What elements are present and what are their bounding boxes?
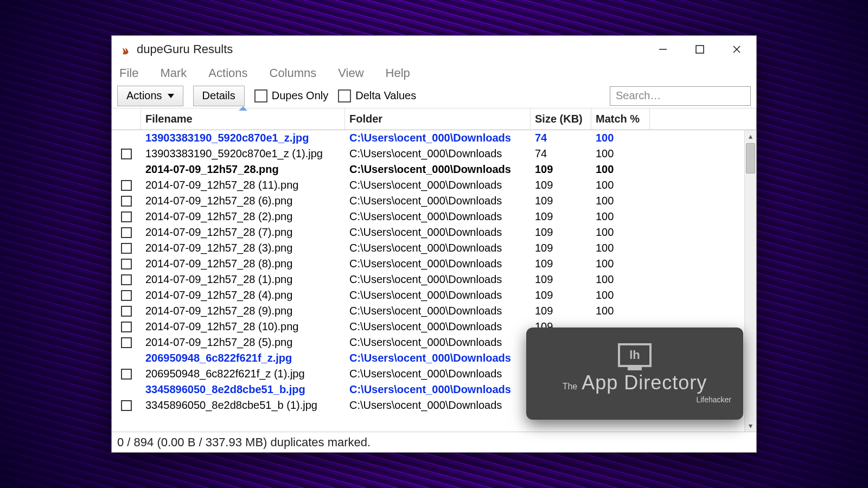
cell-match: 100 xyxy=(591,242,650,254)
row-checkbox-cell[interactable] xyxy=(112,306,141,317)
row-checkbox-cell[interactable] xyxy=(112,227,141,238)
row-checkbox-cell[interactable] xyxy=(112,290,141,301)
cell-filename: 2014-07-09_12h57_28 (5).png xyxy=(141,336,345,349)
row-checkbox[interactable] xyxy=(121,337,132,348)
menu-help[interactable]: Help xyxy=(382,64,413,82)
cell-match: 100 xyxy=(591,289,650,301)
column-header-check[interactable] xyxy=(112,108,141,130)
title-bar: dupeGuru Results xyxy=(112,36,756,63)
scroll-up-icon[interactable]: ▴ xyxy=(745,130,756,142)
cell-size: 109 xyxy=(531,273,591,286)
row-checkbox[interactable] xyxy=(121,369,132,380)
cell-folder: C:\Users\ocent_000\Downloads xyxy=(345,399,531,412)
cell-filename: 206950948_6c822f621f_z.jpg xyxy=(141,352,345,364)
search-input[interactable]: Search… xyxy=(610,86,751,106)
row-checkbox-cell[interactable] xyxy=(112,211,141,222)
table-header: Filename Folder Size (KB) Match % xyxy=(112,108,756,130)
scroll-down-icon[interactable]: ▾ xyxy=(745,420,756,432)
cell-match: 100 xyxy=(591,258,650,270)
cell-folder: C:\Users\ocent_000\Downloads xyxy=(345,320,531,333)
menu-actions[interactable]: Actions xyxy=(205,64,251,82)
row-checkbox[interactable] xyxy=(121,149,132,159)
cell-match: 100 xyxy=(591,163,650,176)
row-checkbox-cell[interactable] xyxy=(112,400,141,411)
table-row[interactable]: 2014-07-09_12h57_28 (9).pngC:\Users\ocen… xyxy=(112,303,756,319)
column-header-size[interactable]: Size (KB) xyxy=(531,108,591,130)
table-row[interactable]: 13903383190_5920c870e1_z (1).jpgC:\Users… xyxy=(112,146,756,162)
cell-folder: C:\Users\ocent_000\Downloads xyxy=(345,383,531,396)
row-checkbox[interactable] xyxy=(121,259,132,269)
row-checkbox[interactable] xyxy=(121,180,132,191)
cell-filename: 13903383190_5920c870e1_z (1).jpg xyxy=(141,147,345,160)
cell-filename: 2014-07-09_12h57_28.png xyxy=(141,163,345,176)
cell-match: 100 xyxy=(591,132,650,144)
dupes-only-label: Dupes Only xyxy=(272,89,329,102)
row-checkbox[interactable] xyxy=(121,211,132,222)
table-row[interactable]: 13903383190_5920c870e1_z.jpgC:\Users\oce… xyxy=(112,130,756,146)
row-checkbox-cell[interactable] xyxy=(112,243,141,254)
window-title: dupeGuru Results xyxy=(137,42,233,56)
details-button-label: Details xyxy=(202,89,235,102)
row-checkbox[interactable] xyxy=(121,227,132,238)
row-checkbox[interactable] xyxy=(121,306,132,317)
row-checkbox[interactable] xyxy=(121,243,132,254)
cell-filename: 13903383190_5920c870e1_z.jpg xyxy=(141,132,345,144)
column-header-match[interactable]: Match % xyxy=(591,108,650,130)
cell-match: 100 xyxy=(591,226,650,239)
menu-columns[interactable]: Columns xyxy=(266,64,320,82)
actions-dropdown[interactable]: Actions xyxy=(117,86,183,106)
row-checkbox[interactable] xyxy=(121,274,132,285)
row-checkbox-cell[interactable] xyxy=(112,322,141,332)
cell-filename: 2014-07-09_12h57_28 (1).png xyxy=(141,273,345,286)
vertical-scrollbar[interactable]: ▴ ▾ xyxy=(744,130,756,432)
status-bar: 0 / 894 (0.00 B / 337.93 MB) duplicates … xyxy=(112,432,756,452)
cell-size: 109 xyxy=(531,305,591,317)
table-row[interactable]: 2014-07-09_12h57_28 (11).pngC:\Users\oce… xyxy=(112,177,756,193)
row-checkbox-cell[interactable] xyxy=(112,259,141,269)
row-checkbox-cell[interactable] xyxy=(112,180,141,191)
maximize-button[interactable] xyxy=(681,36,718,62)
minimize-button[interactable] xyxy=(644,36,681,62)
scrollbar-thumb[interactable] xyxy=(746,143,755,174)
menu-mark[interactable]: Mark xyxy=(157,64,190,82)
badge-subtitle: Lifehacker xyxy=(696,395,731,404)
table-row[interactable]: 2014-07-09_12h57_28 (7).pngC:\Users\ocen… xyxy=(112,224,756,240)
table-row[interactable]: 2014-07-09_12h57_28 (2).pngC:\Users\ocen… xyxy=(112,209,756,224)
status-text: 0 / 894 (0.00 B / 337.93 MB) duplicates … xyxy=(117,435,371,450)
app-directory-badge: lh The App Directory Lifehacker xyxy=(526,328,743,420)
row-checkbox[interactable] xyxy=(121,400,132,411)
table-row[interactable]: 2014-07-09_12h57_28 (6).pngC:\Users\ocen… xyxy=(112,193,756,209)
delta-values-checkbox[interactable]: Delta Values xyxy=(338,89,416,102)
row-checkbox-cell[interactable] xyxy=(112,337,141,348)
menu-view[interactable]: View xyxy=(335,64,367,82)
details-button[interactable]: Details xyxy=(193,86,245,106)
cell-filename: 2014-07-09_12h57_28 (6).png xyxy=(141,195,345,207)
column-header-filename[interactable]: Filename xyxy=(141,108,345,130)
column-header-folder[interactable]: Folder xyxy=(345,108,531,130)
row-checkbox[interactable] xyxy=(121,322,132,332)
cell-size: 109 xyxy=(531,226,591,239)
cell-size: 109 xyxy=(531,163,591,176)
monitor-icon: lh xyxy=(618,343,652,367)
table-row[interactable]: 2014-07-09_12h57_28 (3).pngC:\Users\ocen… xyxy=(112,240,756,256)
cell-folder: C:\Users\ocent_000\Downloads xyxy=(345,147,531,160)
dupes-only-checkbox[interactable]: Dupes Only xyxy=(254,89,329,102)
sort-ascending-icon xyxy=(239,106,247,111)
row-checkbox-cell[interactable] xyxy=(112,274,141,285)
table-row[interactable]: 2014-07-09_12h57_28 (1).pngC:\Users\ocen… xyxy=(112,272,756,287)
close-button[interactable] xyxy=(718,36,755,62)
menu-file[interactable]: File xyxy=(116,64,142,82)
table-row[interactable]: 2014-07-09_12h57_28 (4).pngC:\Users\ocen… xyxy=(112,287,756,303)
row-checkbox[interactable] xyxy=(121,290,132,301)
app-window: dupeGuru Results File Mark Actions Colum… xyxy=(111,35,757,453)
row-checkbox-cell[interactable] xyxy=(112,196,141,207)
row-checkbox[interactable] xyxy=(121,196,132,207)
table-row[interactable]: 2014-07-09_12h57_28.pngC:\Users\ocent_00… xyxy=(112,162,756,177)
row-checkbox-cell[interactable] xyxy=(112,149,141,159)
row-checkbox-cell[interactable] xyxy=(112,369,141,380)
cell-folder: C:\Users\ocent_000\Downloads xyxy=(345,163,531,176)
cell-folder: C:\Users\ocent_000\Downloads xyxy=(345,336,531,349)
cell-match: 100 xyxy=(591,210,650,223)
table-row[interactable]: 2014-07-09_12h57_28 (8).pngC:\Users\ocen… xyxy=(112,256,756,272)
cell-folder: C:\Users\ocent_000\Downloads xyxy=(345,226,531,239)
